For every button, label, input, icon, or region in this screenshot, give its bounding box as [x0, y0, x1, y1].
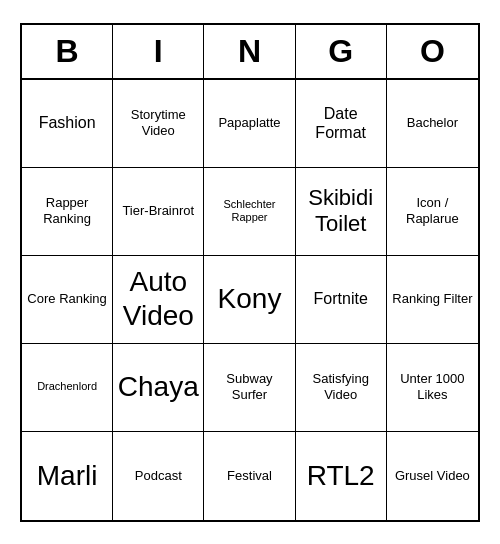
bingo-cell[interactable]: Drachenlord: [22, 344, 113, 432]
cell-text: Kony: [218, 282, 282, 316]
header-letter: O: [387, 25, 478, 78]
cell-text: Icon / Raplarue: [391, 195, 474, 226]
bingo-cell[interactable]: Fashion: [22, 80, 113, 168]
cell-text: Chaya: [118, 370, 199, 404]
bingo-cell[interactable]: Ranking Filter: [387, 256, 478, 344]
bingo-cell[interactable]: Tier-Brainrot: [113, 168, 204, 256]
cell-text: Papaplatte: [218, 115, 280, 131]
bingo-header: BINGO: [22, 25, 478, 80]
cell-text: Bachelor: [407, 115, 458, 131]
cell-text: Fortnite: [314, 289, 368, 308]
bingo-cell[interactable]: Podcast: [113, 432, 204, 520]
cell-text: Tier-Brainrot: [122, 203, 194, 219]
header-letter: B: [22, 25, 113, 78]
bingo-cell[interactable]: Core Ranking: [22, 256, 113, 344]
bingo-cell[interactable]: Date Format: [296, 80, 387, 168]
bingo-cell[interactable]: Fortnite: [296, 256, 387, 344]
bingo-cell[interactable]: Kony: [204, 256, 295, 344]
cell-text: Rapper Ranking: [26, 195, 108, 226]
cell-text: Core Ranking: [27, 291, 107, 307]
bingo-card: BINGO FashionStorytime VideoPapaplatteDa…: [20, 23, 480, 522]
bingo-cell[interactable]: Bachelor: [387, 80, 478, 168]
cell-text: Podcast: [135, 468, 182, 484]
cell-text: Subway Surfer: [208, 371, 290, 402]
bingo-cell[interactable]: Storytime Video: [113, 80, 204, 168]
cell-text: Skibidi Toilet: [300, 185, 382, 238]
bingo-cell[interactable]: Subway Surfer: [204, 344, 295, 432]
bingo-cell[interactable]: Satisfying Video: [296, 344, 387, 432]
cell-text: Festival: [227, 468, 272, 484]
cell-text: Auto Video: [117, 265, 199, 332]
bingo-cell[interactable]: Papaplatte: [204, 80, 295, 168]
bingo-cell[interactable]: Rapper Ranking: [22, 168, 113, 256]
cell-text: Unter 1000 Likes: [391, 371, 474, 402]
header-letter: G: [296, 25, 387, 78]
bingo-cell[interactable]: RTL2: [296, 432, 387, 520]
cell-text: Schlechter Rapper: [208, 198, 290, 224]
bingo-cell[interactable]: Schlechter Rapper: [204, 168, 295, 256]
cell-text: Drachenlord: [37, 380, 97, 393]
bingo-cell[interactable]: Skibidi Toilet: [296, 168, 387, 256]
bingo-grid: FashionStorytime VideoPapaplatteDate For…: [22, 80, 478, 520]
bingo-cell[interactable]: Festival: [204, 432, 295, 520]
cell-text: Storytime Video: [117, 107, 199, 138]
cell-text: Fashion: [39, 113, 96, 132]
cell-text: Ranking Filter: [392, 291, 472, 307]
header-letter: N: [204, 25, 295, 78]
bingo-cell[interactable]: Marli: [22, 432, 113, 520]
cell-text: RTL2: [307, 459, 375, 493]
header-letter: I: [113, 25, 204, 78]
bingo-cell[interactable]: Unter 1000 Likes: [387, 344, 478, 432]
bingo-cell[interactable]: Icon / Raplarue: [387, 168, 478, 256]
cell-text: Marli: [37, 459, 98, 493]
bingo-cell[interactable]: Auto Video: [113, 256, 204, 344]
cell-text: Grusel Video: [395, 468, 470, 484]
cell-text: Satisfying Video: [300, 371, 382, 402]
cell-text: Date Format: [300, 104, 382, 142]
bingo-cell[interactable]: Grusel Video: [387, 432, 478, 520]
bingo-cell[interactable]: Chaya: [113, 344, 204, 432]
